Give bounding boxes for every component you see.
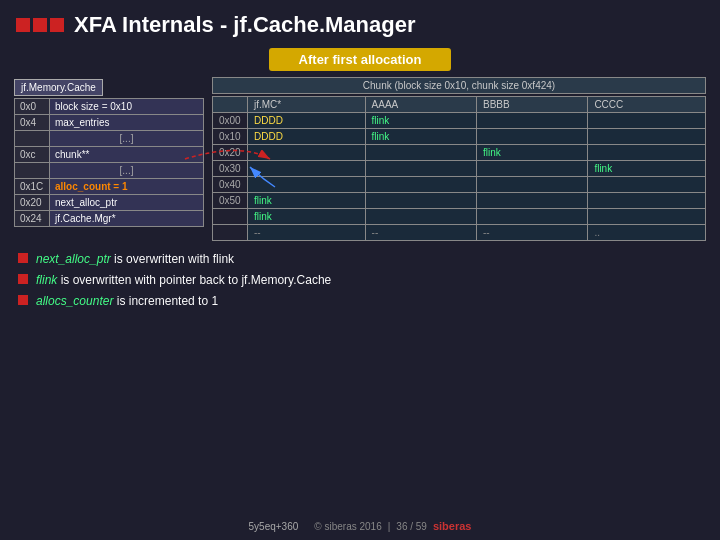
data-cell: flink — [588, 161, 706, 177]
field-cell: [...] — [50, 163, 204, 179]
bullet-italic-3: allocs_counter — [36, 294, 113, 308]
data-cell: -- — [476, 225, 587, 241]
logo-sq-1 — [16, 18, 30, 32]
addr-cell: 0x20 — [213, 145, 248, 161]
data-cell — [588, 177, 706, 193]
data-cell — [476, 177, 587, 193]
table-row: 0x24 jf.Cache.Mgr* — [15, 211, 204, 227]
field-cell: next_alloc_ptr — [50, 195, 204, 211]
table-row: 0x10 DDDD flink — [213, 129, 706, 145]
data-cell — [476, 209, 587, 225]
field-cell: chunk** — [50, 147, 204, 163]
data-cell — [588, 209, 706, 225]
bullet-2: flink is overwritten with pointer back t… — [18, 272, 702, 289]
table-row: 0x30 flink — [213, 161, 706, 177]
table-row: 0x1C alloc_count = 1 — [15, 179, 204, 195]
col-aaaa: AAAA — [365, 97, 476, 113]
bullet-icon-1 — [18, 253, 28, 263]
data-cell — [476, 113, 587, 129]
table-row: 0xc chunk** — [15, 147, 204, 163]
table-row: 0x20 flink — [213, 145, 706, 161]
table-row: 0x4 max_entries — [15, 115, 204, 131]
jfmc-box-label: jf.Memory.Cache — [14, 79, 103, 96]
col-bbbb: BBBB — [476, 97, 587, 113]
col-addr — [213, 97, 248, 113]
jfmc-table: 0x0 block size = 0x10 0x4 max_entries [.… — [14, 98, 204, 227]
bullet-3: allocs_counter is incremented to 1 — [18, 293, 702, 310]
logo-squares — [16, 18, 64, 32]
logo-sq-2 — [33, 18, 47, 32]
addr-cell: 0x40 — [213, 177, 248, 193]
data-cell: DDDD — [248, 129, 366, 145]
data-cell — [365, 161, 476, 177]
addr-cell — [213, 209, 248, 225]
data-cell — [248, 177, 366, 193]
field-cell: max_entries — [50, 115, 204, 131]
data-cell — [476, 129, 587, 145]
addr-cell: 0x20 — [15, 195, 50, 211]
data-cell — [476, 193, 587, 209]
footer-page: 36 / 59 — [396, 521, 427, 532]
right-panel: Chunk (block size 0x10, chunk size 0xf42… — [212, 77, 706, 241]
bullet-icon-2 — [18, 274, 28, 284]
data-cell — [365, 193, 476, 209]
field-cell: jf.Cache.Mgr* — [50, 211, 204, 227]
footer-brand: siberas — [433, 520, 472, 532]
table-row: [...] — [15, 163, 204, 179]
data-cell — [248, 161, 366, 177]
table-row: 0x40 — [213, 177, 706, 193]
addr-cell — [15, 163, 50, 179]
left-panel: jf.Memory.Cache 0x0 block size = 0x10 0x… — [14, 77, 204, 227]
field-cell: [...] — [50, 131, 204, 147]
chunk-table: jf.MC* AAAA BBBB CCCC 0x00 DDDD flink — [212, 96, 706, 241]
addr-cell: 0x1C — [15, 179, 50, 195]
footer-logo-text: 5y5eq+360 — [249, 521, 299, 532]
data-cell — [588, 129, 706, 145]
data-cell — [248, 145, 366, 161]
data-cell — [476, 161, 587, 177]
data-cell — [588, 113, 706, 129]
bullet-italic-1: next_alloc_ptr — [36, 252, 111, 266]
bullets: next_alloc_ptr is overwritten with flink… — [0, 251, 720, 309]
table-row: flink — [213, 209, 706, 225]
logo-sq-3 — [50, 18, 64, 32]
footer: 5y5eq+360 © siberas 2016 | 36 / 59 siber… — [0, 520, 720, 532]
table-row: 0x20 next_alloc_ptr — [15, 195, 204, 211]
table-row: [...] — [15, 131, 204, 147]
data-cell: DDDD — [248, 113, 366, 129]
addr-cell: 0x24 — [15, 211, 50, 227]
data-cell — [365, 209, 476, 225]
data-cell: -- — [365, 225, 476, 241]
bullet-icon-3 — [18, 295, 28, 305]
table-row: 0x00 DDDD flink — [213, 113, 706, 129]
allocation-badge: After first allocation — [269, 48, 452, 71]
addr-cell: 0x30 — [213, 161, 248, 177]
table-row: 0x50 flink — [213, 193, 706, 209]
addr-cell — [213, 225, 248, 241]
alloc-count-cell: alloc_count = 1 — [50, 179, 204, 195]
data-cell: -- — [248, 225, 366, 241]
data-cell: flink — [476, 145, 587, 161]
addr-cell: 0xc — [15, 147, 50, 163]
data-cell — [365, 145, 476, 161]
data-cell — [365, 177, 476, 193]
data-cell: flink — [248, 193, 366, 209]
data-cell: flink — [365, 129, 476, 145]
slide: XFA Internals - jf.Cache.Manager After f… — [0, 0, 720, 540]
col-cccc: CCCC — [588, 97, 706, 113]
bullet-text-3: allocs_counter is incremented to 1 — [36, 293, 218, 310]
data-cell: flink — [365, 113, 476, 129]
footer-separator: | — [388, 521, 391, 532]
field-cell: block size = 0x10 — [50, 99, 204, 115]
addr-cell: 0x10 — [213, 129, 248, 145]
chunk-label: Chunk (block size 0x10, chunk size 0xf42… — [212, 77, 706, 94]
addr-cell: 0x00 — [213, 113, 248, 129]
data-cell — [588, 145, 706, 161]
page-title: XFA Internals - jf.Cache.Manager — [74, 12, 416, 38]
col-jfmc: jf.MC* — [248, 97, 366, 113]
header: XFA Internals - jf.Cache.Manager — [0, 0, 720, 46]
data-cell: flink — [248, 209, 366, 225]
data-cell: .. — [588, 225, 706, 241]
addr-cell: 0x4 — [15, 115, 50, 131]
bullet-1: next_alloc_ptr is overwritten with flink — [18, 251, 702, 268]
